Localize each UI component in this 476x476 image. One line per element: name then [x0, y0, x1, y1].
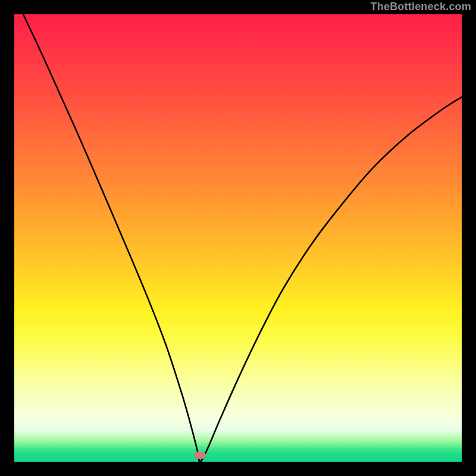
plot-area — [14, 14, 462, 462]
watermark-text: TheBottleneck.com — [371, 1, 471, 13]
bottleneck-curve — [14, 14, 462, 462]
chart-frame: TheBottleneck.com — [0, 0, 476, 476]
optimum-marker — [194, 452, 206, 459]
